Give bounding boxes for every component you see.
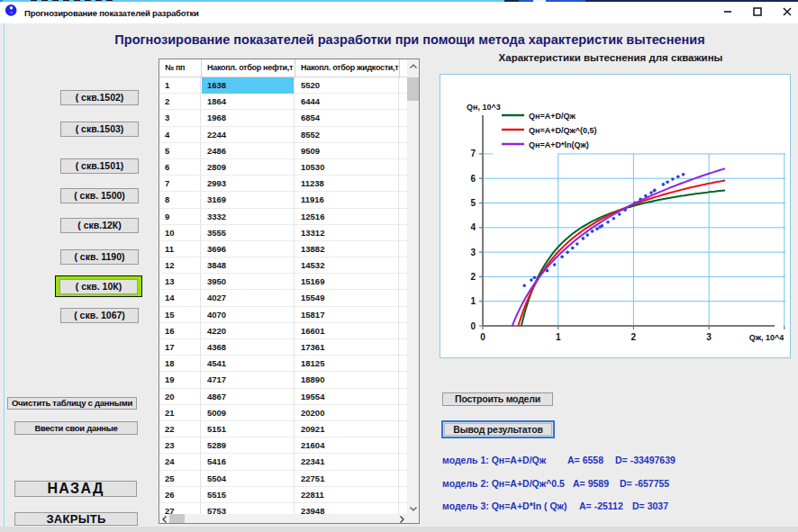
svg-text:7: 7 bbox=[470, 149, 476, 158]
svg-text:6: 6 bbox=[470, 174, 476, 184]
svg-text:0: 0 bbox=[470, 321, 476, 331]
svg-text:0: 0 bbox=[480, 332, 485, 342]
svg-text:1: 1 bbox=[470, 296, 476, 306]
svg-text:3: 3 bbox=[470, 248, 476, 257]
svg-text:Qн, 10^3: Qн, 10^3 bbox=[467, 103, 501, 112]
svg-text:2: 2 bbox=[631, 332, 637, 342]
svg-text:4: 4 bbox=[470, 222, 476, 232]
svg-text:3: 3 bbox=[706, 332, 712, 342]
svg-text:2: 2 bbox=[470, 272, 476, 282]
svg-text:1: 1 bbox=[556, 332, 561, 342]
svg-text:Qн=A+D*ln(Qж): Qн=A+D*ln(Qж) bbox=[529, 140, 589, 149]
svg-text:Qн=A+D/Qж: Qн=A+D/Qж bbox=[529, 112, 576, 121]
svg-text:Qж, 10^4: Qж, 10^4 bbox=[749, 333, 784, 342]
svg-text:5: 5 bbox=[470, 198, 476, 208]
svg-text:Qн=A+D/Qж^(0,5): Qн=A+D/Qж^(0,5) bbox=[529, 126, 597, 135]
